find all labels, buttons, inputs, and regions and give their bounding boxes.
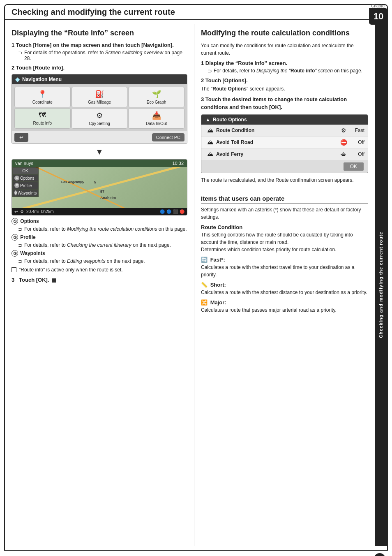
after-step3-text: The route is recalculated, and the Route… [201, 176, 368, 184]
nav-back-button[interactable]: ↩ [14, 133, 28, 142]
nav-icon2: ⬛ [173, 209, 178, 214]
distance-label: 20.4mi [26, 209, 39, 214]
route-options-box: ▲ Route Options ⛰ Route Condition ⚙ Fast… [201, 114, 368, 173]
short-text: Short: [210, 282, 226, 288]
route-options-ok-row: OK [201, 160, 368, 173]
right-step2-text: The "Route Options" screen appears. [201, 85, 368, 93]
options-button[interactable]: ①Options [13, 175, 38, 181]
section-divider [201, 189, 368, 189]
fast-label: 🔄 Fast*: [201, 257, 368, 263]
options-circled-num: ① [12, 218, 18, 225]
nav-cell-route-info[interactable]: 🗺 Route info [14, 108, 71, 129]
route-screen-place: van nuys [15, 161, 33, 166]
checkbox-sq-icon [12, 267, 16, 272]
nav-cell-data-in-out[interactable]: 📥 Data In/Out [128, 108, 184, 129]
nav-menu-title: Navigation Menu [22, 76, 62, 82]
waypoints-bullet: ⊃ For details, refer to Editing waypoint… [18, 258, 187, 264]
waypoints-text: Waypoints [20, 250, 45, 256]
route-options-ok-button[interactable]: OK [344, 162, 364, 171]
waypoints-circled-num: ③ [12, 250, 18, 257]
nav-cell-cpy-setting[interactable]: ⚙ Cpy Setting [71, 108, 128, 129]
route-options-title-bar: ▲ Route Options [201, 115, 368, 125]
coordinate-icon: 📍 [38, 90, 47, 99]
label-profile: ② Profile [12, 234, 187, 241]
speed-icon: 🔵 [160, 209, 165, 214]
route-options-row-ferry[interactable]: ⛰ Avoid Ferry ⛴ Off [201, 148, 368, 160]
route-info-icon: 🗺 [39, 111, 46, 120]
route-screen-top-bar: van nuys 10:32 [12, 160, 187, 167]
right-step1-bullet: ⊃ For details, refer to Displaying the "… [208, 68, 368, 74]
step1-bullet-text: For details of the operations, refer to … [24, 50, 187, 61]
chapter-label: Chapter [371, 4, 386, 8]
map-label-los-angeles: Los Angeles [61, 180, 81, 184]
left-section-title: Displaying the “Route info” screen [12, 28, 187, 38]
route-screen-time: 10:32 [172, 161, 184, 166]
fast-description: Calculates a route with the shortest tra… [201, 264, 368, 278]
fast-icon: 🔄 [201, 257, 208, 263]
route-options-title-text: Route Options [213, 117, 247, 123]
coordinate-label: Coordinate [32, 100, 53, 104]
major-icon: 🔀 [201, 299, 208, 306]
map-label-anaheim: Anaheim [100, 196, 116, 200]
page-title: Checking and modifying the current route [12, 7, 175, 17]
profile-bullet-arrow: ⊃ [18, 242, 23, 248]
route-options-row-condition[interactable]: ⛰ Route Condition ⚙ Fast [201, 125, 368, 137]
waypoints-button[interactable]: ③Waypoints [13, 190, 38, 196]
header-bar: Checking and modifying the current route… [4, 4, 388, 20]
data-in-out-icon: 📥 [152, 111, 161, 120]
nav-cell-eco-graph[interactable]: 🌱 Eco Graph [128, 87, 184, 107]
fast-text: Fast*: [210, 257, 225, 263]
route-condition-text: This setting controls how the route shou… [201, 231, 368, 253]
route-options-row-toll[interactable]: ⛰ Avoid Toll Road ⛔ Off [201, 137, 368, 148]
profile-bullet: ⊃ For details, refer to Checking the cur… [18, 242, 187, 248]
route-condition-label: Route Condition [201, 224, 242, 230]
route-info-label: Route info [33, 121, 52, 125]
data-in-out-label: Data In/Out [146, 121, 167, 126]
nav-menu-title-bar: ◆ Navigation Menu [12, 74, 187, 84]
major-label: 🔀 Major: [201, 299, 368, 306]
content-area: Displaying the “Route info” screen 1 Tou… [4, 20, 388, 551]
nav-cell-coordinate[interactable]: 📍 Coordinate [14, 87, 71, 107]
nav-icon: ◆ [15, 76, 20, 83]
options-text: Options [20, 218, 39, 224]
ferry-icon2: ⛴ [339, 151, 348, 158]
settings-icon: ⚙ [20, 209, 24, 214]
eco-graph-icon: 🌱 [152, 90, 161, 99]
short-description: Calculates a route with the shortest dis… [201, 289, 368, 296]
time-label: 0h25m [41, 209, 54, 214]
route-screen-bottom-bar: ↩ ⚙ 20.4mi 0h25m 🔵 🔵 ⬛ 🔴 [12, 208, 187, 215]
condition-label: Route Condition [216, 127, 339, 133]
profile-button[interactable]: ②Profile [13, 182, 38, 189]
right-step1-heading: 1 Display the “Route info” screen. [201, 60, 368, 66]
footer: En 49 [0, 551, 392, 556]
short-label: 📏 Short: [201, 282, 368, 288]
gas-mileage-icon: ⛽ [95, 90, 104, 99]
options-bullet: ⊃ For details, refer to Modifying the ro… [18, 226, 187, 232]
right-column: Modifying the route calculation conditio… [194, 24, 375, 546]
gas-mileage-label: Gas Mileage [88, 100, 111, 104]
nav-connect-button[interactable]: Connect PC [152, 133, 184, 141]
stop-icon [52, 278, 56, 283]
nav-grid: 📍 Coordinate ⛽ Gas Mileage 🌱 Eco Graph 🗺… [12, 84, 187, 131]
toll-icon2: ⛔ [339, 139, 348, 146]
right-intro: You can modify the conditions for route … [201, 42, 368, 57]
chapter-badge: Chapter 10 [369, 4, 388, 25]
right-step2-heading: 2 Touch [Options]. [201, 77, 368, 83]
toll-value: Off [348, 139, 364, 145]
mileage-icon: 🔵 [166, 209, 171, 214]
map-label-57: 57 [100, 190, 104, 194]
route-screen-box: van nuys 10:32 405 5 57 Anaheim Los Ange… [12, 159, 187, 215]
items-intro: Settings marked with an asterisk (*) sho… [201, 206, 368, 221]
label-waypoints: ③ Waypoints [12, 250, 187, 257]
bullet-arrow-icon: ⊃ [18, 50, 23, 56]
r-step1-bullet-text: For details, refer to Displaying the "Ro… [214, 68, 362, 74]
condition-value: Fast [348, 127, 364, 133]
nav-menu-box: ◆ Navigation Menu 📍 Coordinate ⛽ Gas Mil… [12, 74, 187, 144]
right-section-title: Modifying the route calculation conditio… [201, 28, 368, 38]
nav-cell-gas-mileage[interactable]: ⛽ Gas Mileage [71, 87, 128, 107]
route-info-checkbox: "Route info" is active only when the rou… [12, 267, 187, 273]
checkbox-text: "Route info" is active only when the rou… [19, 267, 123, 273]
ok-button[interactable]: OK [13, 168, 38, 174]
alert-icon: 🔴 [180, 209, 184, 214]
options-bullet-arrow: ⊃ [18, 226, 23, 232]
